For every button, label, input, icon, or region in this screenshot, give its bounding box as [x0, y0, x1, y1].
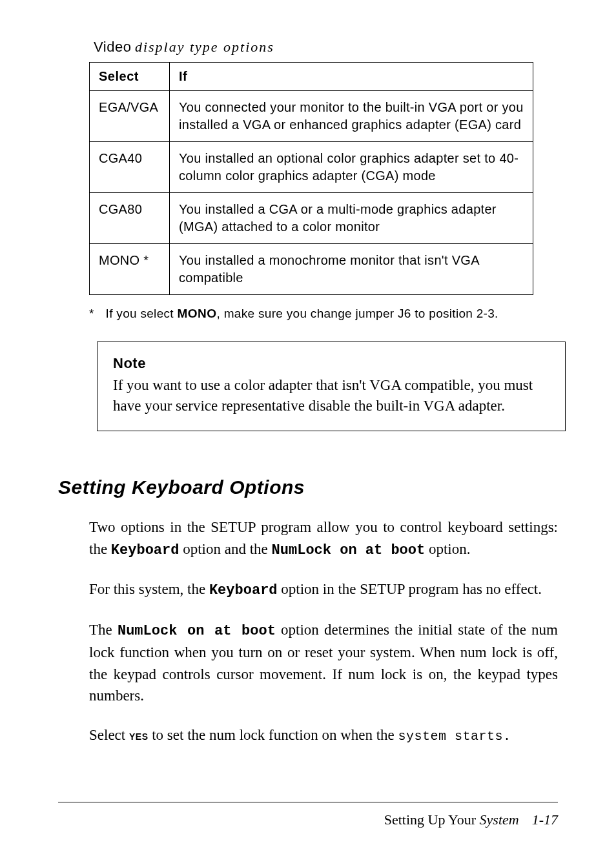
footer-italic: System: [480, 811, 519, 828]
text: The: [89, 622, 118, 638]
cell-desc: You connected your monitor to the built-…: [170, 91, 533, 142]
text: option and the: [179, 541, 271, 557]
keyword-keyboard: Keyboard: [111, 542, 180, 558]
footnote-before: If you select: [106, 307, 178, 320]
keyword-yes: YES: [129, 731, 149, 742]
cell-desc: You installed a CGA or a multi-mode grap…: [170, 193, 533, 244]
header-if: If: [170, 63, 533, 91]
cell-desc: You installed a monochrome monitor that …: [170, 244, 533, 295]
text: option.: [425, 541, 470, 557]
table-footnote: * If you select MONO, make sure you chan…: [89, 307, 558, 321]
keyword-keyboard: Keyboard: [209, 582, 278, 598]
header-select: Select: [90, 63, 170, 91]
video-options-table: Select If EGA/VGA You connected your mon…: [89, 62, 533, 295]
table-row: MONO * You installed a monochrome monito…: [90, 244, 533, 295]
note-body: If you want to use a color adapter that …: [113, 375, 549, 416]
footnote-after: , make sure you change jumper J6 to posi…: [217, 307, 498, 320]
caption-prefix: Video: [94, 39, 131, 55]
paragraph: Select YES to set the num lock function …: [89, 724, 558, 746]
footer-text: Setting Up Your: [384, 811, 480, 828]
text: to set the num lock function on when the: [148, 727, 398, 743]
paragraph: For this system, the Keyboard option in …: [89, 578, 558, 601]
keyword-numlock: NumLock on at boot: [118, 623, 276, 639]
cell-select: CGA80: [90, 193, 170, 244]
footnote-star: *: [89, 307, 102, 321]
table-caption: Video display type options: [94, 39, 558, 56]
page-footer: Setting Up Your System1-17: [58, 802, 558, 828]
text: For this system, the: [89, 581, 209, 597]
paragraph: The NumLock on at boot option determines…: [89, 619, 558, 706]
text-end: system starts.: [398, 729, 511, 744]
cell-select: CGA40: [90, 142, 170, 193]
table-header-row: Select If: [90, 63, 533, 91]
section-heading: Setting Keyboard Options: [58, 476, 558, 498]
table-row: CGA80 You installed a CGA or a multi-mod…: [90, 193, 533, 244]
paragraph: Two options in the SETUP program allow y…: [89, 516, 558, 560]
keyword-numlock: NumLock on at boot: [272, 542, 426, 558]
text: Select: [89, 727, 129, 743]
table-row: CGA40 You installed an optional color gr…: [90, 142, 533, 193]
table-row: EGA/VGA You connected your monitor to th…: [90, 91, 533, 142]
cell-desc: You installed an optional color graphics…: [170, 142, 533, 193]
text: option in the SETUP program has no effec…: [278, 581, 542, 597]
note-title: Note: [113, 354, 549, 374]
cell-select: EGA/VGA: [90, 91, 170, 142]
footnote-mono: MONO: [177, 307, 216, 320]
caption-rest: display type options: [135, 39, 274, 55]
page-number: 1-17: [532, 811, 558, 828]
note-box: Note If you want to use a color adapter …: [97, 342, 566, 431]
cell-select: MONO *: [90, 244, 170, 295]
